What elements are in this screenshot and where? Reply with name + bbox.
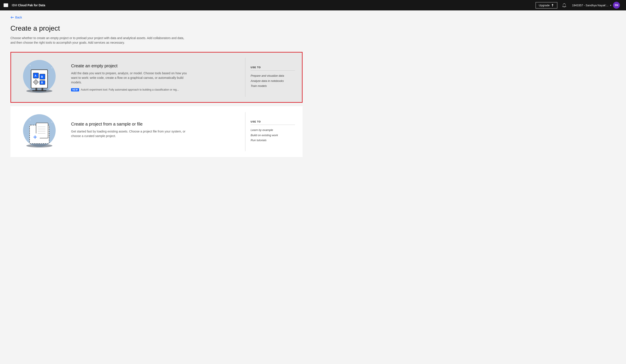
empty-project-title: Create an empty project	[71, 63, 238, 69]
use-to-item: Build on existing work	[251, 133, 295, 138]
use-to-item: Train models	[251, 83, 295, 88]
badge-text: AutoAI experiment tool: Fully automated …	[81, 88, 179, 91]
empty-project-description: Add the data you want to prepare, analyz…	[71, 71, 189, 85]
upgrade-button[interactable]: Upgrade	[536, 2, 557, 8]
empty-project-badge-row: NEW AutoAI experiment tool: Fully automa…	[71, 88, 238, 91]
svg-text:+: +	[33, 133, 37, 141]
svg-text:+: +	[51, 67, 53, 69]
bell-icon	[562, 3, 566, 7]
chevron-down-icon: ▾	[610, 4, 611, 6]
empty-project-card[interactable]: + + + ✦ A B B	[10, 52, 303, 103]
arrow-left-icon	[10, 16, 14, 19]
sample-project-content: Create a project from a sample or file G…	[68, 107, 245, 156]
upload-icon	[551, 4, 554, 7]
svg-text:+: +	[51, 121, 53, 123]
page-title: Create a project	[10, 24, 303, 32]
sample-project-illustration: + + + + ☞	[11, 107, 68, 156]
svg-text:+: +	[48, 74, 49, 75]
notification-button[interactable]	[559, 0, 569, 10]
svg-text:+: +	[30, 119, 31, 121]
use-to-label-2: USE TO	[251, 120, 295, 125]
empty-project-use-to: USE TO Prepare and visualize data Analyz…	[245, 53, 302, 102]
new-badge: NEW	[71, 88, 79, 91]
use-to-item: Analyze data in notebooks	[251, 78, 295, 83]
svg-text:B: B	[41, 81, 43, 84]
page-description: Choose whether to create an empty projec…	[10, 36, 189, 45]
use-to-item: Learn by example	[251, 127, 295, 133]
use-to-list: Prepare and visualize data Analyze data …	[251, 73, 295, 88]
sample-project-description: Get started fast by loading existing ass…	[71, 129, 189, 138]
svg-text:B: B	[41, 75, 43, 78]
sample-project-title: Create a project from a sample or file	[71, 122, 238, 127]
empty-project-content: Create an empty project Add the data you…	[68, 53, 245, 102]
header-actions: Upgrade 1943357 - Sandhya Nayak'... ▾ SN	[536, 0, 623, 10]
app-logo: IBM Cloud Pak for Data	[12, 3, 536, 7]
svg-text:A: A	[35, 74, 37, 77]
back-link[interactable]: Back	[10, 16, 22, 19]
use-to-list-2: Learn by example Build on existing work …	[251, 127, 295, 143]
avatar: SN	[613, 2, 620, 9]
use-to-item: Prepare and visualize data	[251, 73, 295, 78]
svg-text:+: +	[30, 65, 31, 67]
use-to-item: Run tutorials	[251, 138, 295, 143]
sample-project-use-to: USE TO Learn by example Build on existin…	[245, 107, 302, 156]
main-content: Back Create a project Choose whether to …	[0, 10, 313, 171]
header: IBM Cloud Pak for Data Upgrade 1943357 -…	[0, 0, 626, 10]
svg-rect-16	[32, 90, 46, 91]
svg-text:☞: ☞	[39, 140, 44, 145]
user-label: 1943357 - Sandhya Nayak'...	[572, 4, 608, 7]
sample-project-card[interactable]: + + + + ☞ Create a	[10, 106, 303, 157]
menu-button[interactable]	[3, 3, 8, 7]
empty-project-illustration: + + + ✦ A B B	[11, 53, 68, 102]
user-menu[interactable]: 1943357 - Sandhya Nayak'... ▾ SN	[569, 0, 623, 10]
use-to-label: USE TO	[251, 66, 295, 71]
